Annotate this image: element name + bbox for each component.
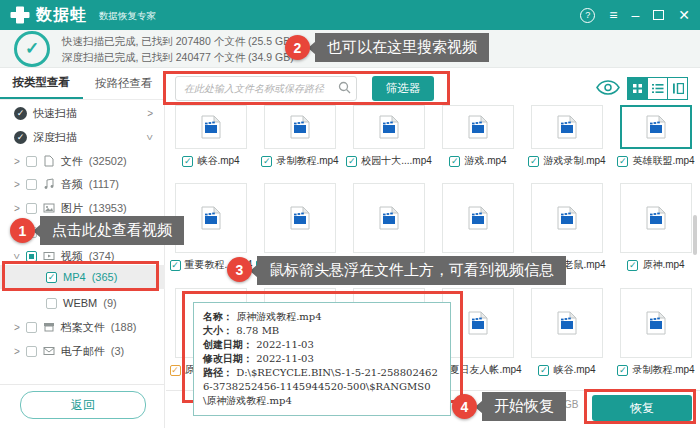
- sidebar-item-images[interactable]: > ✓ 图片 (13953): [0, 198, 165, 218]
- checkbox[interactable]: ✓: [26, 156, 37, 167]
- file-name: 原神.mp4: [642, 258, 684, 272]
- video-file-icon: [468, 206, 488, 230]
- deep-scan-label: 深度扫描: [33, 130, 77, 145]
- chevron-right-icon[interactable]: >: [14, 156, 20, 167]
- sidebar-item-files[interactable]: > ✓ 文件 (32502): [0, 151, 165, 171]
- checkbox[interactable]: ✓: [26, 203, 37, 214]
- file-card-selected[interactable]: ✓英雄联盟.mp4: [620, 105, 692, 168]
- sidebar-item-quick-scan[interactable]: ✓ 快速扫描 >: [0, 103, 165, 123]
- file-checkbox[interactable]: ✓: [617, 365, 628, 376]
- file-checkbox[interactable]: ✓: [538, 365, 549, 376]
- video-icon: [43, 250, 55, 262]
- audio-icon: [43, 178, 55, 190]
- preview-eye-icon[interactable]: [596, 80, 620, 95]
- file-card[interactable]: ✓录制教程.mp4: [620, 288, 692, 377]
- file-checkbox[interactable]: ✓: [528, 156, 539, 167]
- chevron-right-icon[interactable]: >: [14, 203, 20, 214]
- sidebar-item-videos[interactable]: > 视频 (374): [0, 246, 165, 266]
- sidebar-item-archives[interactable]: > ✓ 档案文件 (188): [0, 317, 165, 337]
- file-card[interactable]: ✓峡谷.mp4: [175, 105, 247, 168]
- video-file-icon: [201, 115, 221, 139]
- file-name: 夏日友人帐.mp4: [449, 363, 521, 377]
- chevron-right-icon[interactable]: >: [14, 346, 20, 357]
- sidebar-item-mp4[interactable]: ✓ MP4 (365): [0, 265, 165, 289]
- recover-button[interactable]: 恢复: [592, 395, 692, 421]
- type-count: (3): [111, 345, 124, 357]
- file-checkbox[interactable]: ✓: [346, 156, 357, 167]
- file-name: 游戏.mp4: [464, 154, 506, 168]
- list-view-button[interactable]: [647, 77, 668, 100]
- file-card[interactable]: ✓校园十大....mp4: [353, 105, 425, 168]
- callout-tip-3: 鼠标箭头悬浮在文件上方，可看到视频信息: [257, 256, 566, 285]
- help-icon[interactable]: ?: [580, 8, 595, 23]
- back-button[interactable]: 返回: [20, 391, 146, 419]
- callout-badge-1: 1: [10, 218, 35, 243]
- sidebar-item-deep-scan[interactable]: ✓ 深度扫描 >: [0, 127, 165, 147]
- chevron-right-icon[interactable]: >: [147, 108, 153, 119]
- file-checkbox[interactable]: ✓: [170, 365, 181, 376]
- deep-scan-status: 深度扫描已完成, 已找到 240477 个文件 (34.9 GB): [62, 49, 294, 65]
- file-checkbox[interactable]: ✓: [617, 156, 628, 167]
- checkbox[interactable]: ✓: [26, 322, 37, 333]
- checkbox-checked[interactable]: ✓: [46, 272, 57, 283]
- file-card[interactable]: ✓录制教程.mp4: [264, 105, 336, 168]
- chevron-right-icon[interactable]: >: [14, 179, 20, 190]
- callout-tip-1: 点击此处查看视频: [40, 216, 184, 245]
- file-name: 校园十大....mp4: [361, 154, 432, 168]
- video-file-icon: [646, 311, 666, 335]
- scan-complete-icon: ✓: [14, 31, 50, 67]
- maximize-icon[interactable]: [653, 10, 664, 20]
- column-view-button[interactable]: [667, 77, 688, 100]
- chevron-down-icon[interactable]: >: [11, 253, 22, 259]
- minimize-icon[interactable]: –: [631, 8, 639, 22]
- file-card[interactable]: ✓原神.mp4: [620, 183, 692, 272]
- file-checkbox[interactable]: ✓: [627, 260, 638, 271]
- checkbox[interactable]: ✓: [26, 346, 37, 357]
- chevron-down-icon[interactable]: >: [145, 134, 156, 140]
- filter-button[interactable]: 筛选器: [372, 76, 434, 101]
- close-icon[interactable]: ✕: [678, 8, 690, 22]
- tab-view-by-path[interactable]: 按路径查看: [83, 68, 166, 99]
- scrollbar-thumb[interactable]: [693, 215, 697, 255]
- file-checkbox[interactable]: ✓: [182, 156, 193, 167]
- type-label: 电子邮件: [61, 344, 105, 359]
- sidebar-tabs: 按类型查看 按路径查看: [0, 68, 165, 100]
- file-name: 游戏录制.mp4: [543, 154, 605, 168]
- video-file-icon: [290, 115, 310, 139]
- file-info-popup: 名称： 原神游戏教程.mp4 大小： 8.78 MB 创建日期： 2022-11…: [193, 302, 451, 416]
- image-icon: [43, 202, 55, 214]
- grid-view-button[interactable]: [627, 77, 648, 100]
- type-label: MP4: [63, 271, 86, 283]
- file-card[interactable]: ✓峡谷.mp4: [531, 288, 603, 377]
- file-checkbox[interactable]: ✓: [170, 260, 181, 271]
- file-card[interactable]: ✓游戏.mp4: [442, 105, 514, 168]
- archive-icon: [43, 321, 55, 333]
- type-count: (365): [92, 271, 118, 283]
- video-file-icon: [646, 206, 666, 230]
- popup-modified-row: 修改日期： 2022-11-03: [203, 352, 441, 366]
- checkbox[interactable]: ✓: [26, 179, 37, 190]
- checkbox-indeterminate[interactable]: [26, 251, 37, 262]
- grid-view-icon: [632, 83, 643, 94]
- video-file-icon: [379, 206, 399, 230]
- sidebar-item-email[interactable]: > ✓ 电子邮件 (3): [0, 341, 165, 361]
- menu-icon[interactable]: ≡: [609, 8, 617, 22]
- video-file-icon: [290, 206, 310, 230]
- tab-view-by-type[interactable]: 按类型查看: [0, 68, 83, 99]
- popup-created-row: 创建日期： 2022-11-03: [203, 338, 441, 352]
- sidebar-item-webm[interactable]: ✓ WEBM (9): [0, 294, 165, 312]
- scan-done-icon: ✓: [14, 131, 27, 144]
- file-checkbox[interactable]: ✓: [449, 156, 460, 167]
- file-checkbox[interactable]: ✓: [261, 156, 272, 167]
- file-card[interactable]: ✓夏日友人帐.mp4: [442, 288, 514, 377]
- quick-scan-label: 快速扫描: [33, 106, 77, 121]
- callout-tip-2: 也可以在这里搜索视频: [315, 33, 489, 62]
- search-input[interactable]: [175, 76, 357, 101]
- checkbox[interactable]: ✓: [46, 298, 57, 309]
- type-count: (32502): [89, 155, 127, 167]
- chevron-right-icon[interactable]: >: [14, 322, 20, 333]
- file-card[interactable]: ✓游戏录制.mp4: [531, 105, 603, 168]
- video-file-icon: [468, 115, 488, 139]
- sidebar-item-audio[interactable]: > ✓ 音频 (1117): [0, 174, 165, 194]
- file-name: 录制教程.mp4: [632, 363, 694, 377]
